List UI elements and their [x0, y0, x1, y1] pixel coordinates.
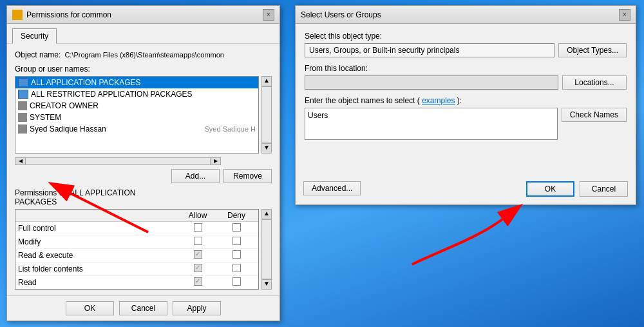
user-listbox[interactable]: ALL APPLICATION PACKAGES ALL RESTRICTED …: [15, 76, 259, 154]
perms-row: Modify: [15, 235, 258, 249]
cancel-button[interactable]: Cancel: [119, 301, 167, 315]
perms-col-deny: Deny: [217, 211, 256, 220]
perms-row: Read & execute: [15, 249, 258, 263]
perms-row: Full control: [15, 222, 258, 235]
object-type-section: Select this object type: Object Types...: [305, 32, 627, 57]
group-icon: [18, 90, 28, 99]
listbox-scrollbar[interactable]: ▲ ▼: [261, 76, 272, 154]
ok-button[interactable]: OK: [66, 301, 114, 315]
location-section: From this location: Locations...: [305, 64, 627, 90]
permissions-titlebar: Permissions for common ×: [7, 6, 279, 24]
enter-names-label: Enter the object names to select: [305, 96, 415, 105]
perm-name: List folder contents: [18, 264, 178, 273]
footer-right: OK Cancel: [526, 181, 628, 197]
locations-button[interactable]: Locations...: [562, 75, 627, 90]
select-users-content: Select this object type: Object Types...…: [296, 24, 636, 184]
list-item[interactable]: CREATOR OWNER: [15, 100, 258, 112]
user-name: ALL RESTRICTED APPLICATION PACKAGES: [31, 90, 193, 99]
perms-col-allow: Allow: [178, 211, 217, 220]
user-icon: [18, 124, 27, 134]
perms-table-container: Allow Deny Full control Modify Read & ex…: [15, 209, 272, 290]
object-types-button[interactable]: Object Types...: [558, 43, 627, 57]
object-type-row: Object Types...: [305, 43, 627, 57]
user-suffix: Syed Sadique H: [205, 125, 256, 133]
permissions-dialog: Permissions for common × Security Object…: [6, 5, 280, 321]
footer-left: Advanced...: [303, 181, 521, 197]
object-name-value: C:\Program Files (x86)\Steam\steamapps\c…: [64, 51, 224, 59]
list-item[interactable]: ALL RESTRICTED APPLICATION PACKAGES: [15, 88, 258, 100]
deny-checkbox-read[interactable]: [232, 277, 241, 286]
remove-button[interactable]: Remove: [223, 169, 272, 183]
list-item[interactable]: Syed Sadique Hassan Syed Sadique H: [15, 123, 258, 135]
perms-scroll-down[interactable]: ▼: [261, 279, 272, 290]
scroll-right[interactable]: ▶: [210, 158, 220, 164]
apply-button[interactable]: Apply: [173, 301, 221, 315]
tab-bar: Security: [7, 24, 279, 43]
allow-checkbox-read[interactable]: [194, 277, 202, 286]
permissions-table: Allow Deny Full control Modify Read & ex…: [15, 209, 259, 290]
object-type-label: Select this object type:: [305, 32, 627, 41]
list-scrollbar-h: ◀ ▶: [15, 157, 272, 165]
enter-names-paren-open: (: [417, 96, 420, 105]
permissions-title: Permissions for common: [26, 10, 111, 19]
perm-name: Read & execute: [18, 251, 178, 260]
deny-checkbox-readexecute[interactable]: [232, 250, 241, 259]
names-input[interactable]: [305, 108, 558, 140]
location-input[interactable]: [305, 75, 558, 90]
deny-checkbox-modify[interactable]: [232, 237, 241, 245]
enter-names-paren-close: ):: [457, 96, 462, 105]
add-remove-row: Add... Remove: [15, 169, 272, 183]
add-button[interactable]: Add...: [171, 169, 220, 183]
perms-scroll-track[interactable]: [261, 219, 272, 279]
allow-checkbox-modify[interactable]: [194, 237, 202, 245]
select-title-left: Select Users or Groups: [301, 10, 381, 19]
permissions-content: Object name: C:\Program Files (x86)\Stea…: [7, 43, 279, 327]
scroll-track[interactable]: [261, 86, 272, 143]
advanced-button[interactable]: Advanced...: [303, 181, 361, 195]
scroll-left[interactable]: ◀: [15, 158, 26, 164]
permissions-close-button[interactable]: ×: [263, 9, 274, 21]
list-item[interactable]: SYSTEM: [15, 112, 258, 123]
perms-label-row: Permissions for ALL APPLICATIONPACKAGES: [15, 188, 272, 206]
select-users-footer: Advanced... OK Cancel: [303, 181, 628, 197]
ok-button-select[interactable]: OK: [526, 181, 574, 197]
perms-scrollbar[interactable]: ▲ ▼: [261, 209, 272, 290]
allow-checkbox-readexecute[interactable]: [194, 250, 202, 259]
examples-link[interactable]: examples: [422, 96, 455, 105]
select-users-title: Select Users or Groups: [301, 10, 381, 19]
deny-checkbox-listfolder[interactable]: [232, 264, 241, 272]
enter-names-row: Enter the object names to select ( examp…: [305, 96, 627, 105]
select-users-dialog: Select Users or Groups × Select this obj…: [295, 5, 636, 205]
select-users-close-button[interactable]: ×: [619, 9, 630, 21]
user-icon: [18, 101, 27, 110]
scroll-down-arrow[interactable]: ▼: [261, 143, 272, 154]
group-label: Group or user names:: [15, 64, 272, 74]
h-scroll-track[interactable]: [26, 158, 210, 164]
perms-label-prefix: Permissions for ALL APPLICATIONPACKAGES: [15, 188, 135, 206]
perms-row: Read: [15, 276, 258, 289]
list-item[interactable]: ALL APPLICATION PACKAGES: [15, 77, 258, 88]
allow-checkbox-listfolder[interactable]: [194, 264, 202, 272]
location-row: Locations...: [305, 75, 627, 90]
names-section: Enter the object names to select ( examp…: [305, 96, 627, 140]
permissions-footer: OK Cancel Apply: [7, 295, 279, 321]
object-name-label: Object name:: [15, 50, 61, 59]
user-name: SYSTEM: [30, 113, 61, 122]
cancel-button-select[interactable]: Cancel: [580, 181, 628, 197]
h-scrollbar[interactable]: ◀ ▶: [15, 157, 221, 165]
scroll-up-arrow[interactable]: ▲: [261, 76, 272, 86]
select-users-titlebar: Select Users or Groups ×: [296, 6, 636, 24]
deny-checkbox-fullcontrol[interactable]: [232, 223, 241, 232]
allow-checkbox-fullcontrol[interactable]: [194, 223, 202, 232]
check-names-button[interactable]: Check Names: [562, 108, 627, 122]
user-name: ALL APPLICATION PACKAGES: [31, 78, 141, 87]
perms-scroll-up[interactable]: ▲: [261, 209, 272, 219]
object-name-row: Object name: C:\Program Files (x86)\Stea…: [15, 50, 272, 59]
user-name: Syed Sadique Hassan: [30, 124, 106, 134]
group-icon: [18, 78, 28, 87]
perm-name: Full control: [18, 224, 178, 233]
security-tab[interactable]: Security: [12, 28, 57, 44]
location-label: From this location:: [305, 64, 627, 73]
object-type-input[interactable]: [305, 43, 554, 57]
perm-name: Modify: [18, 237, 178, 246]
